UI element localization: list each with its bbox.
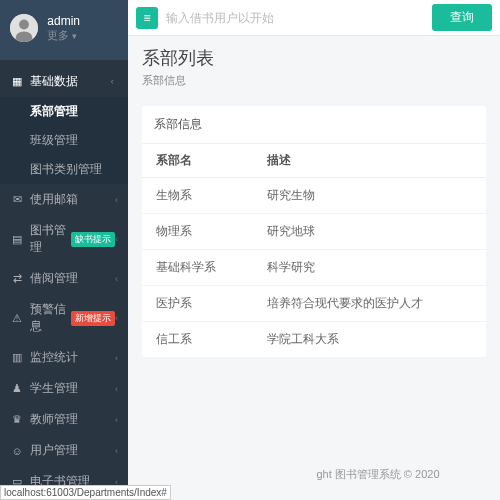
- sidebar: admin 更多 ▦基础数据⌄系部管理班级管理图书类别管理✉使用邮箱‹▤图书管理…: [0, 0, 128, 500]
- page-title: 系部列表: [142, 46, 486, 70]
- table-cell: 研究地球: [253, 214, 486, 250]
- chevron-right-icon: ‹: [115, 313, 118, 323]
- panel: 系部信息 系部名描述 生物系研究生物物理系研究地球基础科学系科学研究医护系培养符…: [142, 106, 486, 358]
- user-section: admin 更多: [0, 0, 128, 60]
- nav-label: 用户管理: [30, 442, 115, 459]
- nav-label: 借阅管理: [30, 270, 115, 287]
- chevron-right-icon: ‹: [115, 234, 118, 244]
- nav-icon: ⇄: [10, 272, 24, 285]
- nav-label: 基础数据: [30, 73, 110, 90]
- nav-icon: ☺: [10, 445, 24, 457]
- table-cell: 研究生物: [253, 178, 486, 214]
- sidebar-item[interactable]: ▥监控统计‹: [0, 342, 128, 373]
- table-cell: 医护系: [142, 286, 253, 322]
- sidebar-sub-item[interactable]: 图书类别管理: [0, 155, 128, 184]
- table-row[interactable]: 基础科学系科学研究: [142, 250, 486, 286]
- table-cell: 学院工科大系: [253, 322, 486, 358]
- sidebar-item[interactable]: ♛教师管理‹: [0, 404, 128, 435]
- table-row[interactable]: 医护系培养符合现代要求的医护人才: [142, 286, 486, 322]
- nav-label: 使用邮箱: [30, 191, 115, 208]
- chevron-right-icon: ‹: [115, 274, 118, 284]
- table-row[interactable]: 物理系研究地球: [142, 214, 486, 250]
- avatar[interactable]: [10, 14, 38, 42]
- table-row[interactable]: 信工系学院工科大系: [142, 322, 486, 358]
- nav: ▦基础数据⌄系部管理班级管理图书类别管理✉使用邮箱‹▤图书管理缺书提示‹⇄借阅管…: [0, 60, 128, 500]
- footer: ght 图书管理系统 © 2020: [256, 467, 500, 482]
- nav-label: 教师管理: [30, 411, 115, 428]
- nav-badge: 新增提示: [71, 311, 115, 326]
- chevron-right-icon: ‹: [115, 384, 118, 394]
- search-input[interactable]: [166, 11, 424, 25]
- sidebar-item[interactable]: ♟学生管理‹: [0, 373, 128, 404]
- table-cell: 物理系: [142, 214, 253, 250]
- table-header: 系部名: [142, 144, 253, 178]
- nav-label: 预警信息: [30, 301, 71, 335]
- chevron-right-icon: ⌄: [109, 78, 119, 86]
- topbar: ≡ 查询: [128, 0, 500, 36]
- table-cell: 基础科学系: [142, 250, 253, 286]
- nav-label: 图书管理: [30, 222, 71, 256]
- table-row[interactable]: 生物系研究生物: [142, 178, 486, 214]
- table-cell: 信工系: [142, 322, 253, 358]
- query-button[interactable]: 查询: [432, 4, 492, 31]
- chevron-right-icon: ‹: [115, 353, 118, 363]
- dept-table: 系部名描述 生物系研究生物物理系研究地球基础科学系科学研究医护系培养符合现代要求…: [142, 144, 486, 358]
- svg-point-1: [19, 20, 29, 30]
- nav-icon: ▥: [10, 351, 24, 364]
- menu-toggle-icon[interactable]: ≡: [136, 7, 158, 29]
- nav-label: 监控统计: [30, 349, 115, 366]
- status-bar-url: localhost:61003/Departments/Index#: [0, 485, 171, 500]
- table-header: 描述: [253, 144, 486, 178]
- user-name: admin: [47, 14, 80, 28]
- sidebar-sub-item[interactable]: 系部管理: [0, 97, 128, 126]
- table-cell: 科学研究: [253, 250, 486, 286]
- nav-icon: ▦: [10, 75, 24, 88]
- table-cell: 生物系: [142, 178, 253, 214]
- nav-badge: 缺书提示: [71, 232, 115, 247]
- nav-label: 学生管理: [30, 380, 115, 397]
- nav-icon: ▤: [10, 233, 24, 246]
- user-more-dropdown[interactable]: 更多: [47, 28, 80, 43]
- sidebar-item[interactable]: ☺用户管理‹: [0, 435, 128, 466]
- nav-icon: ⚠: [10, 312, 24, 325]
- nav-icon: ♟: [10, 382, 24, 395]
- sidebar-sub-item[interactable]: 班级管理: [0, 126, 128, 155]
- table-cell: 培养符合现代要求的医护人才: [253, 286, 486, 322]
- chevron-right-icon: ‹: [115, 446, 118, 456]
- sidebar-item[interactable]: ✉使用邮箱‹: [0, 184, 128, 215]
- chevron-right-icon: ‹: [115, 415, 118, 425]
- sidebar-item[interactable]: ⚠预警信息新增提示‹: [0, 294, 128, 342]
- main: ≡ 查询 系部列表 系部信息 系部信息 系部名描述 生物系研究生物物理系研究地球…: [128, 0, 500, 500]
- sidebar-item[interactable]: ▤图书管理缺书提示‹: [0, 215, 128, 263]
- sidebar-item[interactable]: ⇄借阅管理‹: [0, 263, 128, 294]
- sidebar-item[interactable]: ▦基础数据⌄: [0, 66, 128, 97]
- page-header: 系部列表 系部信息: [128, 36, 500, 98]
- nav-icon: ♛: [10, 413, 24, 426]
- chevron-right-icon: ‹: [115, 195, 118, 205]
- nav-icon: ✉: [10, 193, 24, 206]
- breadcrumb: 系部信息: [142, 73, 486, 88]
- panel-title: 系部信息: [142, 106, 486, 144]
